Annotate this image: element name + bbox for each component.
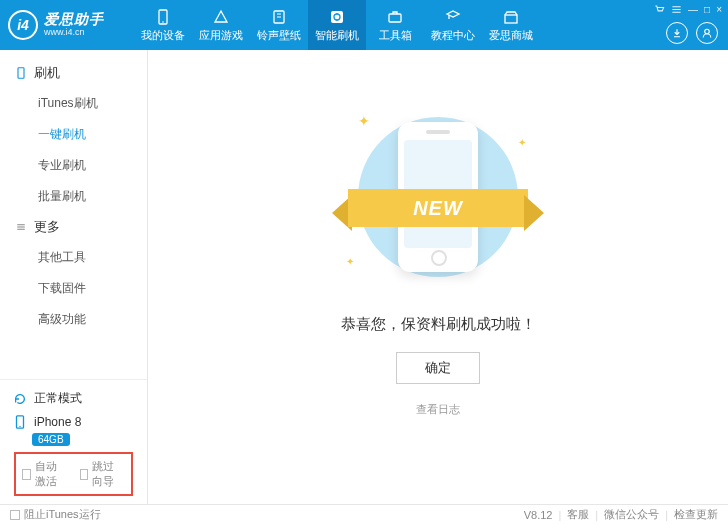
nav-ringtones[interactable]: 铃声壁纸 <box>250 0 308 50</box>
nav-label: 工具箱 <box>379 28 412 43</box>
store-icon <box>502 8 520 26</box>
nav-label: 爱思商城 <box>489 28 533 43</box>
app-title: 爱思助手 <box>44 12 104 27</box>
nav-label: 智能刷机 <box>315 28 359 43</box>
device-name[interactable]: iPhone 8 <box>10 411 137 433</box>
highlighted-options: 自动激活 跳过向导 <box>14 452 133 496</box>
sparkle-icon: ✦ <box>346 256 354 267</box>
maximize-button[interactable]: □ <box>704 4 710 15</box>
block-itunes-checkbox[interactable]: 阻止iTunes运行 <box>10 507 101 522</box>
main-content: ✦ ✦ ✦ NEW 恭喜您，保资料刷机成功啦！ 确定 查看日志 <box>148 50 728 504</box>
sidebar-item-itunes-flash[interactable]: iTunes刷机 <box>0 88 147 119</box>
download-button[interactable] <box>666 22 688 44</box>
section-title: 更多 <box>34 218 60 236</box>
more-icon <box>14 221 28 233</box>
sidebar-section-more[interactable]: 更多 <box>0 212 147 242</box>
svg-rect-4 <box>389 14 401 22</box>
refresh-icon <box>12 392 28 406</box>
apps-icon <box>212 8 230 26</box>
nav-label: 应用游戏 <box>199 28 243 43</box>
status-bar: 阻止iTunes运行 V8.12 | 客服 | 微信公众号 | 检查更新 <box>0 504 728 524</box>
title-bar: i4 爱思助手 www.i4.cn 我的设备 应用游戏 铃声壁纸 智能刷机 工具… <box>0 0 728 50</box>
new-ribbon: NEW <box>332 185 544 231</box>
svg-point-9 <box>19 426 20 427</box>
mode-label: 正常模式 <box>34 390 82 407</box>
sparkle-icon: ✦ <box>358 113 370 129</box>
menu-icon[interactable] <box>671 4 682 15</box>
sidebar-item-batch-flash[interactable]: 批量刷机 <box>0 181 147 212</box>
device-label: iPhone 8 <box>34 415 81 429</box>
sidebar-item-oneclick-flash[interactable]: 一键刷机 <box>0 119 147 150</box>
svg-rect-7 <box>18 68 24 79</box>
svg-rect-3 <box>331 11 343 23</box>
flash-icon <box>328 8 346 26</box>
sidebar-item-download-firmware[interactable]: 下载固件 <box>0 273 147 304</box>
sparkle-icon: ✦ <box>518 137 526 148</box>
svg-point-6 <box>705 29 710 34</box>
support-link[interactable]: 客服 <box>567 507 589 522</box>
version-label: V8.12 <box>524 509 553 521</box>
ringtone-icon <box>270 8 288 26</box>
device-icon <box>154 8 172 26</box>
tutorial-icon <box>444 8 462 26</box>
device-icon <box>12 415 28 429</box>
auto-activate-checkbox[interactable]: 自动激活 <box>22 459 68 489</box>
cart-icon[interactable] <box>654 4 665 15</box>
main-nav: 我的设备 应用游戏 铃声壁纸 智能刷机 工具箱 教程中心 爱思商城 <box>134 0 540 50</box>
sidebar: 刷机 iTunes刷机 一键刷机 专业刷机 批量刷机 更多 其他工具 下载固件 … <box>0 50 148 504</box>
sidebar-section-flash[interactable]: 刷机 <box>0 58 147 88</box>
sidebar-item-pro-flash[interactable]: 专业刷机 <box>0 150 147 181</box>
wechat-link[interactable]: 微信公众号 <box>604 507 659 522</box>
ok-button[interactable]: 确定 <box>396 352 480 384</box>
svg-rect-5 <box>505 15 517 23</box>
view-log-link[interactable]: 查看日志 <box>416 402 460 417</box>
success-illustration: ✦ ✦ ✦ NEW <box>338 107 538 297</box>
device-mode[interactable]: 正常模式 <box>10 386 137 411</box>
nav-label: 铃声壁纸 <box>257 28 301 43</box>
nav-apps[interactable]: 应用游戏 <box>192 0 250 50</box>
success-message: 恭喜您，保资料刷机成功啦！ <box>341 315 536 334</box>
window-controls: — □ × <box>654 4 722 15</box>
nav-tutorials[interactable]: 教程中心 <box>424 0 482 50</box>
close-button[interactable]: × <box>716 4 722 15</box>
check-update-link[interactable]: 检查更新 <box>674 507 718 522</box>
nav-toolbox[interactable]: 工具箱 <box>366 0 424 50</box>
app-logo: i4 爱思助手 www.i4.cn <box>8 10 134 40</box>
storage-badge: 64GB <box>32 433 70 446</box>
phone-icon <box>14 67 28 79</box>
minimize-button[interactable]: — <box>688 4 698 15</box>
toolbox-icon <box>386 8 404 26</box>
nav-label: 教程中心 <box>431 28 475 43</box>
sidebar-item-other-tools[interactable]: 其他工具 <box>0 242 147 273</box>
skip-guide-checkbox[interactable]: 跳过向导 <box>80 459 126 489</box>
app-url: www.i4.cn <box>44 28 104 38</box>
sidebar-item-advanced[interactable]: 高级功能 <box>0 304 147 335</box>
section-title: 刷机 <box>34 64 60 82</box>
nav-store[interactable]: 爱思商城 <box>482 0 540 50</box>
nav-flash[interactable]: 智能刷机 <box>308 0 366 50</box>
user-button[interactable] <box>696 22 718 44</box>
nav-my-device[interactable]: 我的设备 <box>134 0 192 50</box>
svg-point-1 <box>162 21 164 23</box>
logo-icon: i4 <box>8 10 38 40</box>
nav-label: 我的设备 <box>141 28 185 43</box>
